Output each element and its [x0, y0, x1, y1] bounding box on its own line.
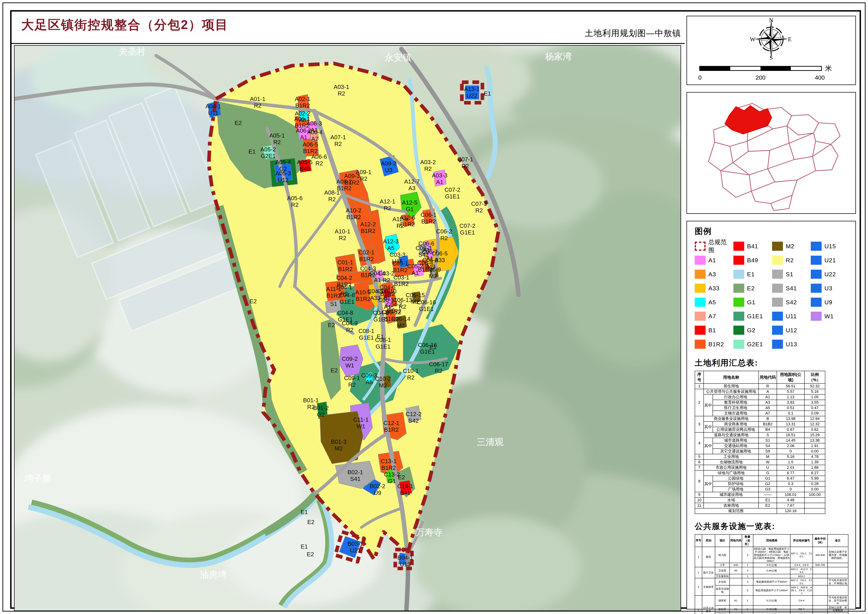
cell: 13.98	[777, 416, 804, 422]
legend-item: B41	[733, 239, 771, 253]
cell: 52.32	[804, 383, 825, 389]
color-swatch	[733, 270, 744, 279]
header-cell: 序号	[695, 371, 703, 383]
cell: 商业商务用地	[713, 422, 759, 427]
legend-item: U22	[811, 267, 848, 281]
cell	[804, 498, 825, 503]
cell	[730, 585, 742, 595]
cell: 0.09	[804, 411, 825, 416]
header-cell: 用地面积(公顷)	[777, 371, 804, 383]
color-swatch	[695, 270, 706, 279]
legend-label: B1	[708, 327, 716, 334]
table-row: 体育活动场地5每处用地面积不小于1400m²A03-1、A05-6、A09-1、…	[695, 585, 848, 595]
parcel-label: A09-3B1R2	[344, 173, 360, 186]
cell	[813, 567, 828, 574]
cell: 镇政府	[715, 595, 730, 606]
cell: 0	[777, 487, 804, 492]
legend-item: A7	[695, 309, 732, 323]
table-row: 规划范围120.16	[695, 508, 825, 514]
table-row: 3商业服务业设施用地B13.9812.94	[695, 416, 825, 422]
cell: 幼儿园	[715, 547, 730, 563]
cell: 仓储物流用地	[703, 459, 759, 465]
legend-item: E1	[733, 267, 771, 281]
table-row: 交通场站用地S42.061.91	[695, 443, 825, 449]
header-cell: 类别	[702, 534, 715, 547]
color-swatch	[733, 298, 744, 307]
legend-item: U11	[772, 309, 810, 323]
color-swatch	[695, 326, 706, 335]
parcel-label: E1	[248, 148, 256, 155]
legend-item: A3	[695, 267, 732, 281]
table-row: 其中城市道路用地S114.4513.38	[695, 438, 825, 443]
cell: 绿地与广场用地	[703, 470, 759, 476]
cell: 广场用地	[713, 487, 759, 492]
cell: 0.00	[804, 449, 825, 454]
legend-item: W1	[811, 309, 848, 323]
cell: A	[759, 389, 777, 394]
table-row: 序号类别项目用地代码数量（处所）用地规模所在地块编号服务半径(米)备注	[695, 534, 848, 547]
cell: 防护绿地	[713, 481, 759, 487]
facilities-table-title: 公共服务设施一览表:	[695, 521, 848, 532]
legend-item: G1	[733, 295, 771, 309]
cell: 5	[742, 585, 753, 595]
cell: 规划范围	[695, 508, 777, 514]
cell	[730, 574, 742, 578]
color-swatch	[733, 242, 744, 251]
cell: 0.21公顷	[753, 612, 790, 614]
cell: G3	[759, 487, 777, 492]
cell: 13.31	[777, 422, 804, 427]
legend-label: G2E1	[747, 341, 763, 348]
table-row: 10水域E14.48	[695, 498, 825, 503]
cell	[730, 578, 742, 585]
cell: 14.45	[777, 438, 804, 443]
legend-label: U21	[825, 257, 836, 264]
cell	[828, 612, 848, 614]
cell: B1B2	[759, 422, 777, 427]
legend-label: E1	[747, 271, 755, 278]
parcel-label: E1	[301, 543, 308, 550]
compass-n: N	[769, 17, 773, 23]
legend-label: E2	[747, 285, 755, 292]
cell: 10	[695, 498, 703, 503]
legend-label: U12	[786, 327, 797, 334]
header-cell: 用地代码	[759, 371, 777, 383]
locator-map-panel	[686, 92, 856, 214]
cell	[804, 503, 825, 508]
place-name-label: 万寿寺	[416, 527, 443, 537]
cell: 5.99	[804, 476, 825, 481]
parcel-label: C06-16G1E1	[417, 299, 436, 312]
header-cell: 序号	[695, 534, 702, 547]
cell: 市政公用设施用地	[703, 465, 759, 470]
place-name-label: 关圣村	[119, 47, 146, 56]
cell: A33	[730, 563, 742, 567]
cell: 3.51公顷	[753, 563, 790, 567]
cell: S9	[759, 449, 777, 454]
legend-item	[811, 337, 848, 351]
parcel-label: A02-1B1R2	[295, 96, 311, 109]
table-row: 序号用地名称用地代码用地面积(公顷)比例（%）	[695, 371, 825, 383]
cell: 0.51	[777, 405, 804, 411]
cell: 1	[742, 605, 753, 612]
scale-bar: 米 0 200 400	[699, 64, 843, 79]
cell: ——	[759, 492, 777, 498]
cell: E1	[759, 498, 777, 503]
table-row: 广场用地G300.00	[695, 487, 825, 492]
parcel-label: A05-2G2E1	[261, 146, 276, 159]
legend-label: B1R2	[708, 341, 724, 348]
cell: A06-2	[790, 612, 813, 614]
cell: 3	[742, 578, 753, 585]
cell: 文娱体育	[702, 578, 715, 595]
legend-item: U9	[811, 295, 848, 309]
table-row: 小学A3323.51公顷C4-5、C6-5500-700	[695, 563, 848, 567]
cell: 3	[742, 547, 753, 563]
cell: 水域	[703, 498, 759, 503]
color-swatch	[695, 298, 706, 307]
table-row: 8绿地与广场用地G6.776.27	[695, 470, 825, 476]
cell: 文物古迹用地	[713, 411, 759, 416]
cell: 道路与交通设施用地	[703, 433, 759, 438]
color-swatch	[811, 270, 821, 279]
cell: A07-1、C6-2、C10-1	[790, 578, 813, 585]
legend-item: U12	[772, 323, 810, 337]
table-row: 1居住用地R56.5152.32	[695, 383, 825, 389]
cell: S1	[759, 438, 777, 443]
